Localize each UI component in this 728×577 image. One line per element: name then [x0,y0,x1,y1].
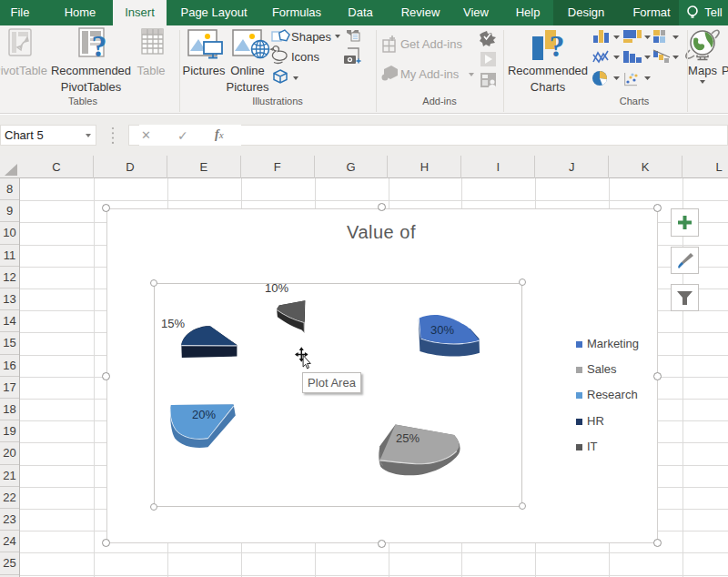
svg-text:?: ? [92,29,107,63]
svg-text:?: ? [550,29,565,63]
